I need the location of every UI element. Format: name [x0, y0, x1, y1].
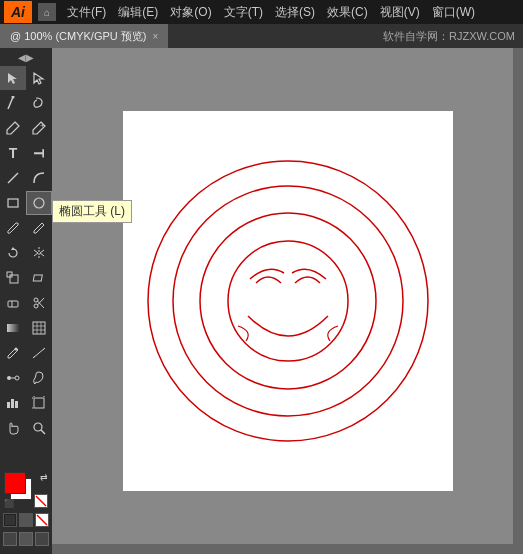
svg-rect-33	[15, 401, 18, 408]
artboard-tool[interactable]	[26, 391, 52, 415]
mesh-tool[interactable]	[26, 316, 52, 340]
type-tool[interactable]: T	[0, 141, 26, 165]
rectangle-tool[interactable]	[0, 191, 26, 215]
menu-window[interactable]: 窗口(W)	[427, 2, 480, 23]
tool-row-11	[0, 316, 52, 340]
svg-rect-5	[8, 199, 18, 207]
artwork-canvas	[138, 131, 438, 471]
menu-effect[interactable]: 效果(C)	[322, 2, 373, 23]
blend-tool[interactable]	[0, 366, 26, 390]
tool-group: + T T	[0, 66, 52, 440]
magic-wand-tool[interactable]	[0, 91, 26, 115]
add-anchor-tool[interactable]: +	[26, 116, 52, 140]
tool-row-8	[0, 241, 52, 265]
app-logo: Ai	[4, 1, 32, 23]
svg-point-45	[173, 186, 403, 416]
tool-row-9	[0, 266, 52, 290]
svg-rect-19	[33, 322, 45, 334]
tool-row-4: T T	[0, 141, 52, 165]
arc-tool[interactable]	[26, 166, 52, 190]
reflect-tool[interactable]	[26, 241, 52, 265]
full-screen-no-menu[interactable]	[19, 532, 33, 546]
svg-rect-42	[5, 515, 15, 525]
horizontal-scrollbar[interactable]	[52, 544, 513, 554]
tool-row-5	[0, 166, 52, 190]
gradient-mode-icon[interactable]	[19, 513, 33, 527]
none-indicator	[34, 494, 48, 508]
document-canvas	[123, 111, 453, 491]
zoom-tool[interactable]	[26, 416, 52, 440]
paintbrush-tool[interactable]	[0, 216, 26, 240]
hand-tool[interactable]	[0, 416, 26, 440]
svg-rect-9	[10, 275, 18, 283]
svg-line-41	[36, 496, 46, 506]
menu-file[interactable]: 文件(F)	[62, 2, 111, 23]
none-mode-icon[interactable]	[35, 513, 49, 527]
svg-point-47	[228, 241, 348, 361]
gradient-tool[interactable]	[0, 316, 26, 340]
svg-text:+: +	[40, 121, 45, 130]
scale-tool[interactable]	[0, 266, 26, 290]
toolbar: ◀▶	[0, 48, 52, 554]
menubar: Ai ⌂ 文件(F) 编辑(E) 对象(O) 文字(T) 选择(S) 效果(C)…	[0, 0, 523, 24]
svg-rect-11	[33, 275, 42, 281]
eyedropper-tool[interactable]	[0, 341, 26, 365]
default-colors-icon[interactable]: ⬛	[4, 499, 14, 508]
canvas-area	[52, 48, 523, 554]
color-mode-icons	[3, 513, 49, 527]
menu-edit[interactable]: 编辑(E)	[113, 2, 163, 23]
menu-view[interactable]: 视图(V)	[375, 2, 425, 23]
svg-point-28	[7, 376, 11, 380]
toolbar-collapse[interactable]: ◀▶	[18, 52, 34, 63]
rotate-tool[interactable]	[0, 241, 26, 265]
normal-screen-mode[interactable]	[3, 532, 17, 546]
svg-line-2	[15, 122, 19, 126]
color-area: ⇄ ⬛	[4, 472, 48, 508]
tabbar: @ 100% (CMYK/GPU 预览) × 软件自学网：RJZXW.COM	[0, 24, 523, 48]
menu-type[interactable]: 文字(T)	[219, 2, 268, 23]
lasso-tool[interactable]	[26, 91, 52, 115]
tool-row-15	[0, 416, 52, 440]
svg-line-27	[43, 348, 45, 350]
tab-url: 软件自学网：RJZXW.COM	[383, 29, 523, 44]
tool-row-10	[0, 291, 52, 315]
ellipse-tool[interactable]	[26, 191, 52, 215]
home-icon[interactable]: ⌂	[38, 3, 56, 21]
toolbar-bottom: ⇄ ⬛	[0, 468, 53, 550]
swap-colors-icon[interactable]: ⇄	[40, 472, 48, 482]
vertical-type-tool[interactable]: T	[26, 141, 52, 165]
svg-rect-12	[8, 301, 18, 307]
eraser-tool[interactable]	[0, 291, 26, 315]
svg-rect-32	[11, 399, 14, 408]
scissors-tool[interactable]	[26, 291, 52, 315]
direct-selection-tool[interactable]	[26, 66, 52, 90]
graph-tool[interactable]	[0, 391, 26, 415]
svg-line-26	[33, 356, 35, 358]
tool-row-6	[0, 191, 52, 215]
tool-row-7	[0, 216, 52, 240]
color-mode-icon[interactable]	[3, 513, 17, 527]
tab-label: @ 100% (CMYK/GPU 预览)	[10, 29, 146, 44]
tool-row-12	[0, 341, 52, 365]
active-tab[interactable]: @ 100% (CMYK/GPU 预览) ×	[0, 24, 168, 48]
pen-tool[interactable]	[0, 116, 26, 140]
svg-rect-31	[7, 402, 10, 408]
measure-tool[interactable]	[26, 341, 52, 365]
line-tool[interactable]	[0, 166, 26, 190]
tool-row-14	[0, 391, 52, 415]
shear-tool[interactable]	[26, 266, 52, 290]
live-paint-tool[interactable]	[26, 366, 52, 390]
menu-select[interactable]: 选择(S)	[270, 2, 320, 23]
svg-line-4	[8, 173, 18, 183]
fill-color-swatch[interactable]	[4, 472, 26, 494]
full-screen-mode[interactable]	[35, 532, 49, 546]
svg-line-43	[37, 515, 47, 525]
pencil-tool[interactable]	[26, 216, 52, 240]
svg-point-29	[15, 376, 19, 380]
svg-point-39	[34, 423, 42, 431]
menu-object[interactable]: 对象(O)	[165, 2, 216, 23]
vertical-scrollbar[interactable]	[513, 48, 523, 554]
tool-row-1	[0, 66, 52, 90]
tab-close-button[interactable]: ×	[152, 31, 158, 42]
selection-tool[interactable]	[0, 66, 26, 90]
